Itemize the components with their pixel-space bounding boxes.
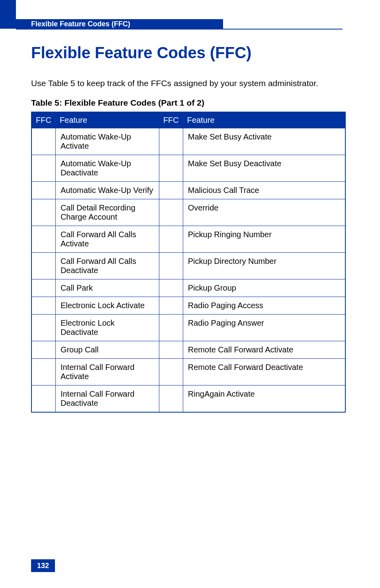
cell-feature: Call Park xyxy=(55,279,159,297)
cell-feature: Remote Call Forward Activate xyxy=(183,341,345,359)
cell-feature: Override xyxy=(183,199,345,226)
cell-ffc xyxy=(159,155,183,182)
th-ffc-1: FFC xyxy=(31,112,55,128)
cell-ffc xyxy=(159,182,183,199)
table-row: Call Forward All Calls Activate Pickup R… xyxy=(31,226,345,253)
cell-feature: Malicious Call Trace xyxy=(183,182,345,199)
table-body: Automatic Wake-Up Activate Make Set Busy… xyxy=(31,128,345,413)
cell-ffc xyxy=(159,297,183,315)
cell-feature: Call Forward All Calls Deactivate xyxy=(55,253,159,279)
cell-feature: Make Set Busy Deactivate xyxy=(183,155,345,182)
cell-feature: Radio Paging Access xyxy=(183,297,345,315)
cell-ffc xyxy=(159,253,183,279)
ffc-table: FFC Feature FFC Feature Automatic Wake-U… xyxy=(31,112,346,413)
cell-ffc xyxy=(159,279,183,297)
cell-feature: Group Call xyxy=(55,341,159,359)
top-accent-bar xyxy=(0,0,16,29)
cell-feature: Automatic Wake-Up Activate xyxy=(55,128,159,155)
cell-ffc xyxy=(159,128,183,155)
table-row: Automatic Wake-Up Deactivate Make Set Bu… xyxy=(31,155,345,182)
cell-feature: Automatic Wake-Up Verify xyxy=(55,182,159,199)
table-header-row: FFC Feature FFC Feature xyxy=(31,112,345,128)
table-row: Call Forward All Calls Deactivate Pickup… xyxy=(31,253,345,279)
th-feature-2: Feature xyxy=(183,112,345,128)
cell-ffc xyxy=(159,341,183,359)
page-title: Flexible Feature Codes (FFC) xyxy=(31,44,346,62)
table-caption: Table 5: Flexible Feature Codes (Part 1 … xyxy=(31,98,346,108)
cell-ffc xyxy=(31,279,55,297)
cell-ffc xyxy=(31,199,55,226)
page-content: Flexible Feature Codes (FFC) Use Table 5… xyxy=(31,40,346,413)
cell-ffc xyxy=(159,315,183,341)
header-underline xyxy=(16,29,343,29)
section-header: Flexible Feature Codes (FFC) xyxy=(16,19,223,29)
cell-feature: Call Detail Recording Charge Account xyxy=(55,199,159,226)
table-row: Internal Call Forward Deactivate RingAga… xyxy=(31,385,345,413)
cell-ffc xyxy=(159,199,183,226)
cell-ffc xyxy=(159,359,183,385)
cell-feature: Automatic Wake-Up Deactivate xyxy=(55,155,159,182)
table-row: Call Park Pickup Group xyxy=(31,279,345,297)
cell-feature: Electronic Lock Activate xyxy=(55,297,159,315)
cell-ffc xyxy=(31,182,55,199)
cell-feature: Pickup Directory Number xyxy=(183,253,345,279)
cell-ffc xyxy=(31,128,55,155)
table-row: Automatic Wake-Up Verify Malicious Call … xyxy=(31,182,345,199)
cell-ffc xyxy=(31,226,55,253)
cell-feature: Radio Paging Answer xyxy=(183,315,345,341)
cell-feature: Pickup Ringing Number xyxy=(183,226,345,253)
cell-ffc xyxy=(31,385,55,413)
cell-ffc xyxy=(31,359,55,385)
cell-ffc xyxy=(31,253,55,279)
cell-feature: Remote Call Forward Deactivate xyxy=(183,359,345,385)
cell-ffc xyxy=(31,341,55,359)
cell-ffc xyxy=(159,226,183,253)
cell-feature: Internal Call Forward Deactivate xyxy=(55,385,159,413)
th-feature-1: Feature xyxy=(55,112,159,128)
cell-feature: Internal Call Forward Activate xyxy=(55,359,159,385)
table-row: Electronic Lock Activate Radio Paging Ac… xyxy=(31,297,345,315)
table-row: Internal Call Forward Activate Remote Ca… xyxy=(31,359,345,385)
cell-ffc xyxy=(31,297,55,315)
cell-feature: Make Set Busy Activate xyxy=(183,128,345,155)
page-number: 132 xyxy=(31,559,55,572)
cell-feature: Pickup Group xyxy=(183,279,345,297)
cell-ffc xyxy=(31,155,55,182)
cell-ffc xyxy=(159,385,183,413)
table-row: Automatic Wake-Up Activate Make Set Busy… xyxy=(31,128,345,155)
cell-feature: RingAgain Activate xyxy=(183,385,345,413)
table-row: Electronic Lock Deactivate Radio Paging … xyxy=(31,315,345,341)
th-ffc-2: FFC xyxy=(159,112,183,128)
cell-ffc xyxy=(31,315,55,341)
table-row: Call Detail Recording Charge Account Ove… xyxy=(31,199,345,226)
intro-text: Use Table 5 to keep track of the FFCs as… xyxy=(31,78,346,88)
cell-feature: Electronic Lock Deactivate xyxy=(55,315,159,341)
table-row: Group Call Remote Call Forward Activate xyxy=(31,341,345,359)
cell-feature: Call Forward All Calls Activate xyxy=(55,226,159,253)
